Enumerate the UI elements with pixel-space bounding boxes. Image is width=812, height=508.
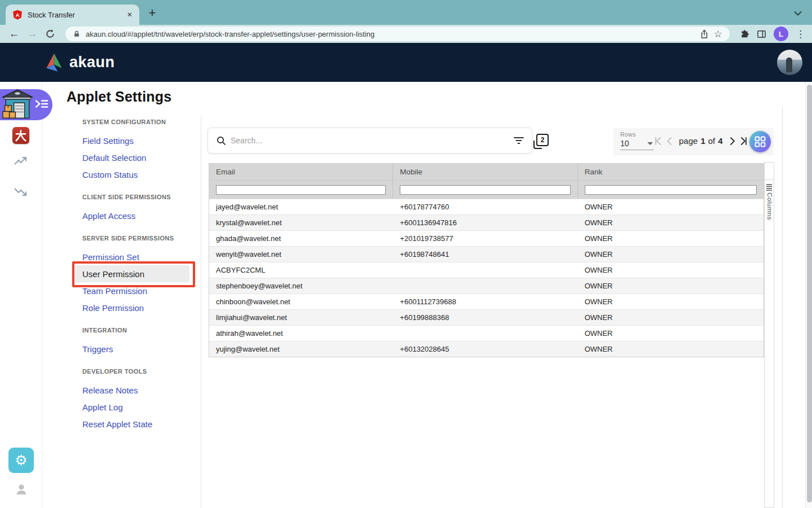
menu-section-header: DEVELOPER TOOLS	[82, 368, 202, 376]
bookmark-star-icon[interactable]: ☆	[714, 28, 722, 40]
prev-page-icon[interactable]	[666, 137, 673, 146]
menu-item[interactable]: Applet Log	[82, 398, 202, 415]
cell-rank: OWNER	[578, 282, 764, 290]
reload-icon[interactable]	[43, 27, 58, 41]
menu-item-active[interactable]: User Permission	[75, 265, 189, 282]
browser-tab[interactable]: A Stock Transfer ✕	[6, 5, 139, 25]
cell-email: jayed@wavelet.net	[209, 203, 393, 211]
menu-item[interactable]: Team Permission	[82, 282, 202, 299]
warehouse-icon	[1, 89, 34, 121]
table-row[interactable]: krystal@wavelet.net +6001136947816 OWNER	[209, 214, 764, 230]
search-input[interactable]	[231, 136, 509, 145]
column-header-rank[interactable]: Rank	[578, 164, 764, 180]
page-current: 1	[700, 136, 705, 146]
cell-rank: OWNER	[578, 266, 764, 274]
side-panel-icon[interactable]	[757, 29, 766, 39]
lock-icon[interactable]	[73, 30, 81, 38]
dict-applet-icon[interactable]	[12, 127, 29, 144]
browser-profile-avatar[interactable]: L	[774, 27, 788, 41]
caret-down-icon	[647, 142, 653, 145]
menu-section: CLIENT SIDE PERMISSIONS Applet Access	[82, 194, 202, 224]
duplicate-view-icon[interactable]: 2	[536, 134, 549, 146]
browser-menu-icon[interactable]: ⋮	[796, 28, 805, 40]
cell-email: yujing@wavelet.net	[209, 345, 393, 353]
cell-mobile: +60132028645	[393, 345, 577, 353]
browser-tab-strip: A Stock Transfer ✕ +	[0, 0, 812, 25]
page-word: page	[679, 136, 698, 146]
columns-panel-toggle[interactable]: Columns	[764, 162, 774, 508]
tab-search-chevron-icon[interactable]	[794, 8, 802, 18]
settings-gear-button[interactable]: ⚙	[8, 448, 34, 473]
profile-person-icon[interactable]	[15, 483, 28, 498]
cell-mobile: +201019738577	[393, 234, 577, 243]
cell-email: chinboon@wavelet.net	[209, 297, 393, 306]
table-row[interactable]: wenyit@wavelet.net +60198748641 OWNER	[209, 246, 764, 262]
grid-view-button[interactable]	[749, 131, 771, 152]
page-title: Applet Settings	[67, 89, 171, 105]
filter-icon[interactable]	[514, 137, 524, 144]
table-row[interactable]: yujing@wavelet.net +60132028645 OWNER	[209, 341, 764, 357]
pager: page 1 of 4	[654, 136, 748, 146]
scrollbar-track[interactable]	[805, 82, 812, 508]
filter-input-rank[interactable]	[585, 185, 757, 195]
extensions-puzzle-icon[interactable]	[740, 29, 749, 39]
trend-up-icon[interactable]	[14, 155, 28, 169]
table-row[interactable]: ghada@wavelet.net +201019738577 OWNER	[209, 230, 764, 246]
table-row[interactable]: limjiahui@wavelet.net +60199888368 OWNER	[209, 309, 764, 325]
trend-down-icon[interactable]	[14, 186, 28, 200]
next-page-icon[interactable]	[729, 137, 736, 146]
page-indicator: page 1 of 4	[679, 136, 723, 146]
table-row[interactable]: jayed@wavelet.net +60178774760 OWNER	[209, 199, 764, 214]
table-row[interactable]: ACBYFC2CML OWNER	[209, 262, 764, 278]
filter-input-mobile[interactable]	[400, 185, 570, 195]
forward-icon[interactable]: →	[25, 27, 39, 41]
menu-item[interactable]: Field Settings	[82, 132, 202, 149]
table-header: Email Mobile Rank	[209, 164, 764, 180]
search-icon	[216, 135, 226, 146]
scrollbar-thumb[interactable]	[807, 85, 812, 502]
table-row[interactable]: stephenboey@wavelet.net OWNER	[209, 278, 764, 294]
first-page-icon[interactable]	[654, 137, 662, 146]
cell-rank: OWNER	[578, 234, 764, 243]
menu-item[interactable]: Reset Applet State	[82, 415, 202, 432]
main-content: Applet Settings SYSTEM CONFIGURATION Fie…	[42, 82, 812, 508]
new-tab-button[interactable]: +	[144, 5, 161, 21]
duplicate-count: 2	[541, 136, 545, 144]
menu-item[interactable]: Custom Status	[82, 166, 202, 183]
columns-panel-label: Columns	[766, 192, 773, 220]
menu-item[interactable]: Release Notes	[82, 382, 202, 398]
table-body: jayed@wavelet.net +60178774760 OWNER kry…	[209, 199, 764, 357]
column-header-mobile[interactable]: Mobile	[393, 164, 577, 180]
menu-section-header: CLIENT SIDE PERMISSIONS	[82, 194, 202, 202]
menu-item[interactable]: Default Selection	[82, 149, 202, 166]
grid-icon	[754, 136, 766, 147]
column-header-email[interactable]: Email	[209, 164, 393, 180]
filter-input-email[interactable]	[216, 185, 386, 195]
tab-close-icon[interactable]: ✕	[127, 11, 133, 19]
columns-panel-top	[765, 163, 774, 180]
table-row[interactable]: athirah@wavelet.net OWNER	[209, 325, 764, 341]
menu-item[interactable]: Triggers	[82, 340, 202, 357]
cell-email: athirah@wavelet.net	[209, 329, 393, 338]
back-icon[interactable]: ←	[7, 27, 21, 41]
url-text[interactable]: akaun.cloud/#/applet/tnt/wavelet/erp/sto…	[86, 30, 695, 38]
page-of: of	[708, 136, 716, 146]
share-icon[interactable]	[700, 29, 709, 39]
akaun-logo[interactable]: akaun	[43, 52, 115, 73]
menu-item[interactable]: Role Permission	[82, 299, 202, 316]
table-row[interactable]: chinboon@wavelet.net +6001112739688 OWNE…	[209, 294, 764, 309]
rows-per-page-select[interactable]: Rows 10	[620, 131, 654, 150]
last-page-icon[interactable]	[740, 137, 748, 146]
menu-item[interactable]: Permission Set	[82, 248, 202, 265]
menu-item[interactable]: Applet Access	[82, 207, 202, 224]
cell-rank: OWNER	[578, 313, 764, 322]
user-avatar[interactable]	[777, 50, 802, 75]
pagination-panel: Rows 10 page 1 of 4	[614, 128, 774, 155]
tab-title: Stock Transfer	[28, 11, 122, 19]
menu-section: SERVER SIDE PERMISSIONS Permission Set U…	[82, 235, 202, 316]
cell-mobile: +60178774760	[393, 203, 577, 211]
url-bar[interactable]: akaun.cloud/#/applet/tnt/wavelet/erp/sto…	[65, 27, 730, 41]
user-permission-table: Email Mobile Rank jayed@wavelet.net +601…	[209, 163, 764, 357]
cell-rank: OWNER	[578, 203, 764, 211]
active-applet-button[interactable]	[0, 89, 52, 120]
